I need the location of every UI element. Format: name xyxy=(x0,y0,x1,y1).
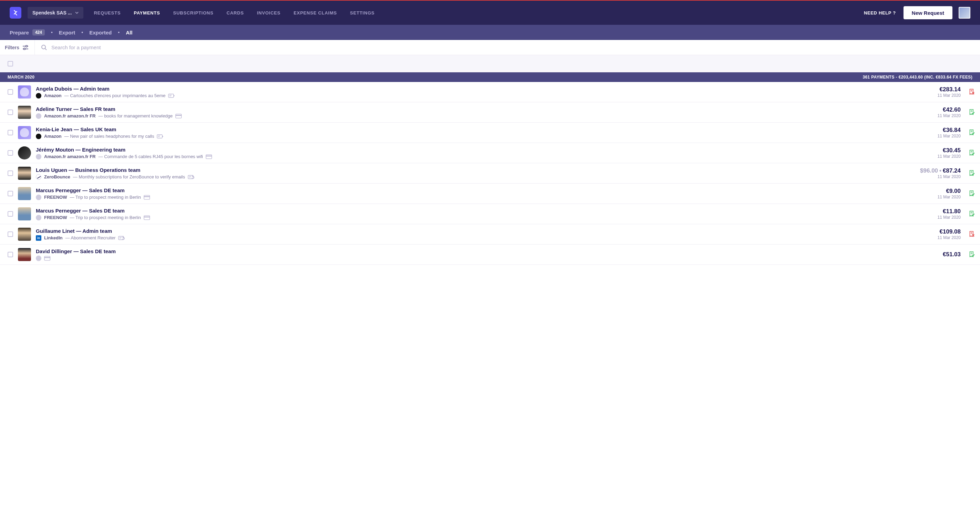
nav: REQUESTS PAYMENTS SUBSCRIPTIONS CARDS IN… xyxy=(94,10,864,16)
nav-cards[interactable]: CARDS xyxy=(227,10,244,16)
row-date: 11 Mar 2020 xyxy=(938,113,961,118)
user-avatar xyxy=(18,146,31,159)
row-date: 11 Mar 2020 xyxy=(938,235,961,240)
payment-row[interactable]: Kenia-Lie Jean — Sales UK teamAmazon— Ne… xyxy=(0,122,980,143)
svg-rect-35 xyxy=(144,216,150,217)
svg-rect-6 xyxy=(169,94,174,97)
payment-list: Angela Dubois — Admin teamAmazon— Cartou… xyxy=(0,82,980,265)
merchant-name: ZeroBounce xyxy=(44,174,70,180)
row-right: €109.0811 Mar 2020 xyxy=(938,228,961,240)
row-checkbox[interactable] xyxy=(8,232,13,237)
svg-rect-20 xyxy=(206,155,212,159)
row-main: Marcus Pernegger — Sales DE teamFREENOW—… xyxy=(36,188,933,200)
nav-invoices[interactable]: INVOICES xyxy=(257,10,280,16)
row-title: Louis Uguen — Business Operations team xyxy=(36,167,915,173)
payment-row[interactable]: Louis Uguen — Business Operations teamZe… xyxy=(0,163,980,184)
nav-payments[interactable]: PAYMENTS xyxy=(134,10,160,16)
row-description: — Trip to prospect meeting in Berlin xyxy=(70,215,141,220)
row-right: €51.03 xyxy=(943,251,961,258)
row-subtitle: inLinkedIn— Abonnement Recruiter xyxy=(36,235,933,241)
row-title: Guillaume Linet — Admin team xyxy=(36,228,933,234)
nav-expense-claims[interactable]: EXPENSE CLAIMS xyxy=(294,10,337,16)
filters-label: Filters xyxy=(5,45,19,50)
subnav-exported[interactable]: Exported xyxy=(89,30,111,35)
separator-dot: • xyxy=(51,30,53,35)
row-main: Guillaume Linet — Admin teaminLinkedIn— … xyxy=(36,228,933,241)
row-title: Jérémy Mouton — Engineering team xyxy=(36,147,933,153)
row-description: — books for management knowledge xyxy=(99,113,173,119)
payment-row[interactable]: David Dillinger — Sales DE team€51.03 xyxy=(0,245,980,265)
row-checkbox[interactable] xyxy=(8,110,13,115)
tag-icon xyxy=(188,175,195,180)
row-checkbox[interactable] xyxy=(8,252,13,257)
row-date: 11 Mar 2020 xyxy=(938,154,961,159)
search-input[interactable] xyxy=(51,45,980,50)
payment-row[interactable]: Jérémy Mouton — Engineering teamAmazon.f… xyxy=(0,143,980,163)
user-avatar xyxy=(18,228,31,241)
need-help-link[interactable]: NEED HELP ? xyxy=(864,10,896,16)
row-date: 11 Mar 2020 xyxy=(938,215,961,220)
user-avatar xyxy=(18,248,31,261)
nav-requests[interactable]: REQUESTS xyxy=(94,10,121,16)
svg-rect-21 xyxy=(206,155,212,156)
search-icon xyxy=(41,45,47,51)
logo-icon xyxy=(13,10,19,16)
row-subtitle: ZeroBounce— Monthly subscriptions for Ze… xyxy=(36,174,915,180)
account-switcher[interactable]: Spendesk SAS ... xyxy=(27,7,83,19)
row-main: Louis Uguen — Business Operations teamZe… xyxy=(36,167,915,180)
row-checkbox[interactable] xyxy=(8,170,13,176)
merchant-logo-icon xyxy=(36,256,41,261)
row-subtitle: Amazon— New pair of sales headphones for… xyxy=(36,134,933,139)
row-checkbox[interactable] xyxy=(8,130,13,135)
receipt-status-icon xyxy=(969,150,975,156)
receipt-status-icon xyxy=(969,89,975,95)
select-all-checkbox[interactable] xyxy=(8,61,13,67)
tag-icon xyxy=(175,114,182,119)
payment-row[interactable]: Angela Dubois — Admin teamAmazon— Cartou… xyxy=(0,82,980,102)
nav-subscriptions[interactable]: SUBSCRIPTIONS xyxy=(173,10,213,16)
row-subtitle: FREENOW— Trip to prospect meeting in Ber… xyxy=(36,195,933,200)
row-amount: €11.80 xyxy=(938,208,961,215)
tag-icon xyxy=(144,215,151,220)
month-label: MARCH 2020 xyxy=(8,75,35,79)
row-amount: €36.84 xyxy=(938,127,961,134)
row-checkbox[interactable] xyxy=(8,150,13,156)
filter-bar: Filters xyxy=(0,40,980,55)
row-title: Marcus Pernegger — Sales DE team xyxy=(36,208,933,213)
row-checkbox[interactable] xyxy=(8,191,13,196)
row-subtitle: FREENOW— Trip to prospect meeting in Ber… xyxy=(36,215,933,221)
row-checkbox[interactable] xyxy=(8,89,13,95)
row-amount: €42.60 xyxy=(938,106,961,113)
payment-row[interactable]: Guillaume Linet — Admin teaminLinkedIn— … xyxy=(0,224,980,245)
subnav-prepare[interactable]: Prepare 424 xyxy=(10,29,45,35)
app-logo[interactable] xyxy=(10,7,21,19)
payment-row[interactable]: Marcus Pernegger — Sales DE teamFREENOW—… xyxy=(0,184,980,204)
payment-row[interactable]: Adeline Turner — Sales FR teamAmazon.fr … xyxy=(0,102,980,122)
payment-row[interactable]: Marcus Pernegger — Sales DE teamFREENOW—… xyxy=(0,204,980,224)
row-main: Angela Dubois — Admin teamAmazon— Cartou… xyxy=(36,86,933,99)
svg-rect-44 xyxy=(45,257,50,258)
subnav-all[interactable]: All xyxy=(126,30,132,35)
row-title: David Dillinger — Sales DE team xyxy=(36,248,938,254)
row-amount: €9.00 xyxy=(938,188,961,195)
row-right: €36.8411 Mar 2020 xyxy=(938,127,961,138)
sliders-icon xyxy=(23,45,28,50)
nav-settings[interactable]: SETTINGS xyxy=(350,10,375,16)
user-avatar xyxy=(18,126,31,139)
svg-line-24 xyxy=(37,176,41,178)
row-main: David Dillinger — Sales DE team xyxy=(36,248,938,261)
svg-line-5 xyxy=(45,49,46,50)
merchant-name: Amazon.fr amazon.fr FR xyxy=(44,154,96,159)
filters-button[interactable]: Filters xyxy=(0,40,35,55)
tag-icon xyxy=(44,256,51,261)
user-avatar[interactable] xyxy=(959,7,970,19)
row-amount: €30.45 xyxy=(938,147,961,154)
new-request-button[interactable]: New Request xyxy=(904,6,953,19)
receipt-status-icon xyxy=(969,211,975,217)
row-checkbox[interactable] xyxy=(8,211,13,217)
merchant-name: FREENOW xyxy=(44,195,67,200)
row-main: Marcus Pernegger — Sales DE teamFREENOW—… xyxy=(36,208,933,221)
separator-dot: • xyxy=(81,30,83,35)
subnav-export[interactable]: Export xyxy=(59,30,75,35)
svg-point-2 xyxy=(26,45,27,47)
